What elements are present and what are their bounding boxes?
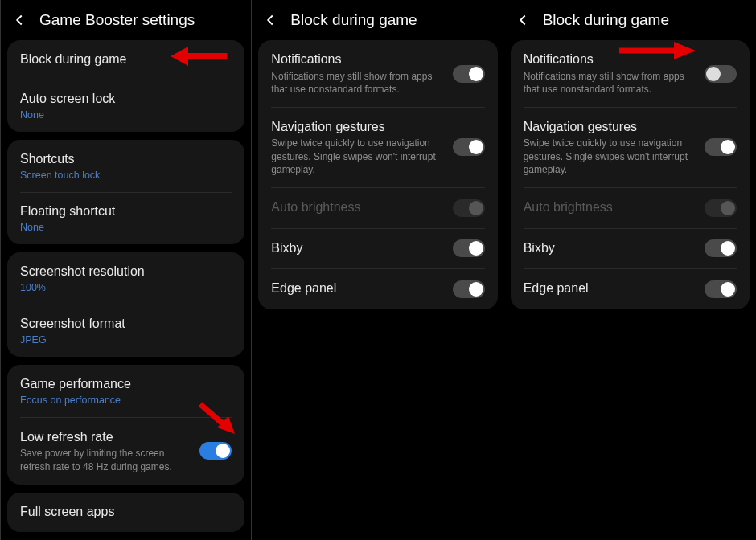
row-title: Bixby xyxy=(524,240,701,257)
row-title: Bixby xyxy=(271,240,449,257)
header: Block during game xyxy=(252,0,503,40)
row-auto-brightness: Auto brightness xyxy=(511,188,750,228)
row-block-during-game[interactable]: Block during game xyxy=(7,40,244,80)
row-auto-screen-lock[interactable]: Auto screen lock None xyxy=(7,80,244,132)
row-navigation-gestures[interactable]: Navigation gestures Swipe twice quickly … xyxy=(511,108,750,187)
settings-group: Notifications Notifications may still sh… xyxy=(511,40,750,309)
row-title: Screenshot resolution xyxy=(20,264,228,280)
row-title: Edge panel xyxy=(524,280,701,297)
row-title: Floating shortcut xyxy=(20,203,228,220)
back-icon[interactable] xyxy=(514,11,532,29)
screen-block-during-game-after: Block during game Notifications Notifica… xyxy=(504,0,756,540)
header: Game Booster settings xyxy=(1,0,251,40)
toggle-notifications[interactable] xyxy=(453,65,485,83)
row-value: JPEG xyxy=(20,334,228,346)
back-icon[interactable] xyxy=(10,11,28,29)
row-value: Screen touch lock xyxy=(20,170,228,181)
screen-block-during-game-before: Block during game Notifications Notifica… xyxy=(252,0,503,540)
settings-group: Screenshot resolution 100% Screenshot fo… xyxy=(7,252,244,357)
row-subtitle: Swipe twice quickly to use navigation ge… xyxy=(524,137,701,176)
row-value: None xyxy=(20,222,228,233)
row-subtitle: Notifications may still show from apps t… xyxy=(524,70,701,96)
settings-group: Game performance Focus on performance Lo… xyxy=(7,365,244,484)
row-value: Focus on performance xyxy=(20,395,228,406)
row-auto-brightness: Auto brightness xyxy=(258,188,497,228)
row-navigation-gestures[interactable]: Navigation gestures Swipe twice quickly … xyxy=(258,108,497,187)
row-title: Shortcuts xyxy=(20,151,228,168)
row-full-screen-apps[interactable]: Full screen apps xyxy=(7,493,244,532)
toggle-navigation-gestures[interactable] xyxy=(705,138,737,156)
toggle-auto-brightness xyxy=(705,199,737,217)
toggle-auto-brightness xyxy=(453,199,485,217)
row-screenshot-resolution[interactable]: Screenshot resolution 100% xyxy=(7,252,244,305)
row-title: Navigation gestures xyxy=(271,119,449,136)
row-title: Auto brightness xyxy=(271,199,449,216)
row-title: Game performance xyxy=(20,376,228,393)
toggle-bixby[interactable] xyxy=(453,239,485,257)
row-title: Low refresh rate xyxy=(20,429,196,446)
row-title: Auto screen lock xyxy=(20,91,228,108)
screen-game-booster-settings: Game Booster settings Block during game … xyxy=(0,0,252,540)
row-bixby[interactable]: Bixby xyxy=(511,228,750,268)
row-shortcuts[interactable]: Shortcuts Screen touch lock xyxy=(7,140,244,192)
toggle-navigation-gestures[interactable] xyxy=(453,138,485,156)
row-title: Full screen apps xyxy=(20,504,228,521)
row-bixby[interactable]: Bixby xyxy=(258,228,497,268)
settings-group: Shortcuts Screen touch lock Floating sho… xyxy=(7,140,244,244)
row-title: Block during game xyxy=(20,51,228,68)
row-notifications[interactable]: Notifications Notifications may still sh… xyxy=(258,40,497,107)
row-edge-panel[interactable]: Edge panel xyxy=(258,269,497,309)
settings-group: Full screen apps xyxy=(7,493,244,532)
settings-group: Notifications Notifications may still sh… xyxy=(258,40,497,309)
toggle-bixby[interactable] xyxy=(705,239,737,257)
row-subtitle: Swipe twice quickly to use navigation ge… xyxy=(271,137,449,176)
settings-content: Notifications Notifications may still sh… xyxy=(504,40,756,540)
row-low-refresh-rate[interactable]: Low refresh rate Save power by limiting … xyxy=(7,418,244,485)
row-value: 100% xyxy=(20,282,228,293)
toggle-notifications[interactable] xyxy=(705,65,737,83)
header: Block during game xyxy=(504,0,756,40)
row-screenshot-format[interactable]: Screenshot format JPEG xyxy=(7,305,244,357)
page-title: Block during game xyxy=(543,11,669,29)
toggle-edge-panel[interactable] xyxy=(453,280,485,298)
row-edge-panel[interactable]: Edge panel xyxy=(511,269,750,309)
row-title: Notifications xyxy=(271,51,449,68)
settings-content: Notifications Notifications may still sh… xyxy=(252,40,503,540)
row-subtitle: Notifications may still show from apps t… xyxy=(271,70,449,96)
row-subtitle: Save power by limiting the screen refres… xyxy=(20,447,196,472)
row-game-performance[interactable]: Game performance Focus on performance xyxy=(7,365,244,417)
toggle-edge-panel[interactable] xyxy=(705,280,737,298)
settings-group: Block during game Auto screen lock None xyxy=(7,40,244,132)
row-value: None xyxy=(20,109,228,121)
row-title: Auto brightness xyxy=(524,199,701,216)
row-notifications[interactable]: Notifications Notifications may still sh… xyxy=(511,40,750,107)
settings-content: Block during game Auto screen lock None … xyxy=(1,40,251,540)
toggle-low-refresh-rate[interactable] xyxy=(199,442,232,460)
page-title: Block during game xyxy=(290,11,417,29)
row-title: Notifications xyxy=(524,51,701,68)
row-title: Navigation gestures xyxy=(524,119,701,136)
page-title: Game Booster settings xyxy=(39,11,195,29)
row-title: Edge panel xyxy=(271,280,449,297)
row-floating-shortcut[interactable]: Floating shortcut None xyxy=(7,192,244,244)
back-icon[interactable] xyxy=(261,11,279,29)
row-title: Screenshot format xyxy=(20,316,228,333)
